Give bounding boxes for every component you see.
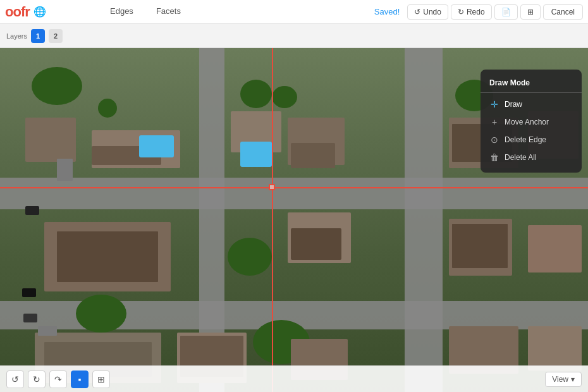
tab-main[interactable]	[76, 0, 99, 23]
road-horizontal-1	[0, 178, 588, 209]
square-tool-button[interactable]: ▪	[71, 371, 89, 388]
tree-cluster-2	[98, 99, 117, 118]
house-15	[528, 326, 582, 371]
redo-label: Redo	[467, 8, 485, 16]
cancel-button[interactable]: Cancel	[543, 4, 583, 20]
house-1	[25, 118, 76, 162]
app-logo: oofr	[5, 4, 30, 20]
draw-label: Draw	[505, 100, 522, 109]
driveway-2	[38, 326, 57, 336]
secondary-toolbar: Layers 1 2	[0, 24, 588, 48]
grid-tool-button[interactable]: ⊞	[92, 371, 110, 388]
tree-cluster-5	[228, 238, 272, 276]
layers-icon-button[interactable]: ⊞	[520, 4, 541, 20]
house-5b	[291, 143, 335, 168]
top-navigation-bar: oofr 🌐 Edges Facets Saved! ↺ Undo ↻ Redo…	[0, 0, 588, 24]
undo-label: Undo	[423, 8, 441, 16]
crosshair-dot	[269, 184, 275, 190]
layer-1-button[interactable]: 1	[31, 29, 45, 43]
draw-mode-title: Draw Mode	[481, 76, 582, 93]
pool-2	[240, 142, 272, 167]
crosshair-vertical	[272, 48, 273, 392]
layers-label: Layers	[6, 32, 27, 40]
move-anchor-icon: +	[489, 117, 499, 127]
tree-cluster-3	[240, 80, 272, 108]
crosshair-horizontal	[0, 187, 588, 188]
bottom-toolbar: ↺ ↻ ↷ ▪ ⊞ View ▾	[0, 365, 588, 392]
tree-cluster-1	[32, 67, 82, 105]
undo-history-button[interactable]: ↺	[6, 371, 24, 388]
logo-area: oofr 🌐	[0, 4, 76, 20]
saved-status: Saved!	[374, 7, 400, 16]
document-icon: 📄	[501, 8, 511, 16]
delete-all-icon: 🗑	[489, 152, 499, 162]
draw-icon: ✛	[489, 99, 499, 109]
delete-edge-label: Delete Edge	[505, 135, 546, 144]
draw-mode-delete-edge[interactable]: ⊙ Delete Edge	[481, 131, 582, 149]
delete-edge-icon: ⊙	[489, 135, 499, 145]
nav-tabs: Edges Facets	[76, 0, 192, 23]
house-13	[528, 225, 582, 273]
car-1	[25, 206, 39, 215]
chevron-down-icon: ▾	[571, 375, 575, 384]
layers-group: Layers 1 2	[6, 29, 63, 43]
toolbar-actions: ↺ Undo ↻ Redo 📄 ⊞ Cancel	[407, 4, 583, 20]
rotate-button[interactable]: ↷	[49, 371, 67, 388]
view-label: View	[552, 375, 568, 384]
move-anchor-label: Move Anchor	[505, 118, 549, 126]
tab-facets[interactable]: Facets	[145, 0, 192, 23]
car-3	[23, 314, 37, 322]
draw-mode-move-anchor[interactable]: + Move Anchor	[481, 113, 582, 131]
house-3-roof	[57, 231, 158, 282]
road-vertical-2	[405, 48, 443, 392]
undo-button[interactable]: ↺ Undo	[407, 4, 448, 20]
driveway-1	[57, 159, 73, 181]
undo-icon: ↺	[414, 8, 420, 16]
draw-mode-draw[interactable]: ✛ Draw	[481, 95, 582, 113]
car-2	[22, 288, 36, 297]
view-button[interactable]: View ▾	[545, 372, 582, 387]
pool-1	[139, 135, 174, 157]
tree-cluster-4	[272, 86, 297, 108]
globe-icon: 🌐	[34, 6, 46, 18]
layer-2-button[interactable]: 2	[49, 29, 63, 43]
redo-button[interactable]: ↻ Redo	[451, 4, 492, 20]
tab-edges[interactable]: Edges	[99, 0, 145, 23]
house-12-roof	[452, 224, 508, 268]
delete-all-label: Delete All	[505, 153, 537, 162]
redo-history-button[interactable]: ↻	[28, 371, 46, 388]
draw-mode-delete-all[interactable]: 🗑 Delete All	[481, 149, 582, 166]
layers-icon: ⊞	[527, 8, 534, 16]
draw-mode-panel: Draw Mode ✛ Draw + Move Anchor ⊙ Delete …	[481, 70, 582, 173]
house-6-roof	[291, 228, 341, 260]
doc-icon-button[interactable]: 📄	[494, 4, 518, 20]
redo-icon: ↻	[458, 8, 464, 16]
tree-cluster-9	[76, 295, 126, 333]
